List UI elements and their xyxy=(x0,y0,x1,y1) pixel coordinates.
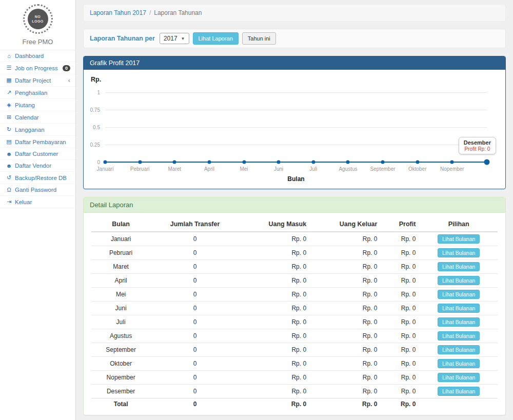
cell-uang_masuk: Rp. 0 xyxy=(240,371,310,385)
table-row: Januari0Rp. 0Rp. 0Rp. 0Lihat Bulanan xyxy=(91,232,498,246)
lock-icon: Ω xyxy=(5,187,13,193)
x-tick-label: Juni xyxy=(274,166,283,172)
cell-jumlah_transfer: 0 xyxy=(150,343,240,357)
sidebar-item-label: Job on Progress xyxy=(15,65,63,71)
sidebar-item-daftar-project[interactable]: ▦Daftar Project‹ xyxy=(0,74,75,87)
cell-uang_masuk: Rp. 0 xyxy=(240,246,310,260)
cell-uang_masuk: Rp. 0 xyxy=(240,288,310,302)
chevron-left-icon: ‹ xyxy=(68,77,70,84)
sidebar-item-langganan[interactable]: ↻Langganan xyxy=(0,124,75,136)
cell-uang_keluar: Rp. 0 xyxy=(310,329,381,343)
cell-uang_keluar: Rp. 0 xyxy=(310,274,381,288)
line-chart-icon: ↗ xyxy=(5,89,13,96)
cell-pilihan: Lihat Bulanan xyxy=(420,246,498,260)
lihat-bulanan-button[interactable]: Lihat Bulanan xyxy=(438,317,480,327)
data-point-juli[interactable] xyxy=(311,161,315,164)
lihat-bulanan-button[interactable]: Lihat Bulanan xyxy=(438,262,480,271)
sidebar-item-penghasilan[interactable]: ↗Penghasilan xyxy=(0,87,75,99)
column-header: Uang Masuk xyxy=(240,217,310,232)
cell-profit: Rp. 0 xyxy=(381,274,420,288)
data-point-mei[interactable] xyxy=(242,161,246,164)
cell-pilihan: Lihat Bulanan xyxy=(420,371,498,385)
lihat-bulanan-button[interactable]: Lihat Bulanan xyxy=(438,304,480,313)
cell-uang_keluar: Rp. 0 xyxy=(310,246,381,260)
data-point-september[interactable] xyxy=(381,161,385,164)
sidebar-item-daftar-customer[interactable]: ☻Daftar Customer xyxy=(0,148,75,160)
cell-bulan: April xyxy=(91,274,150,288)
data-point-januari[interactable] xyxy=(104,161,107,164)
x-tick-label: Oktober xyxy=(408,166,427,172)
x-tick-label: September xyxy=(370,166,396,172)
no-logo-text: NO LOGO xyxy=(28,9,48,29)
lihat-laporan-button[interactable]: Lihat Laporan xyxy=(193,32,239,45)
tasks-icon: ☰ xyxy=(5,65,13,71)
data-point-nopember[interactable] xyxy=(450,161,454,164)
sidebar-item-calendar[interactable]: ⊞Calendar xyxy=(0,111,75,124)
lihat-bulanan-button[interactable]: Lihat Bulanan xyxy=(438,345,480,354)
x-tick-label: Nopember xyxy=(440,166,464,172)
data-point-pebruari[interactable] xyxy=(138,161,142,164)
table-row: Agustus0Rp. 0Rp. 0Rp. 0Lihat Bulanan xyxy=(91,329,498,343)
sidebar-item-keluar[interactable]: ⇥Keluar xyxy=(0,196,75,208)
data-point-oktober[interactable] xyxy=(416,161,419,164)
data-point-juni[interactable] xyxy=(277,161,281,164)
x-tick-label: Pebruari xyxy=(130,166,150,172)
lihat-bulanan-button[interactable]: Lihat Bulanan xyxy=(438,331,480,341)
sidebar-item-job-on-progress[interactable]: ☰Job on Progress0 xyxy=(0,62,75,74)
table-row: Nopember0Rp. 0Rp. 0Rp. 0Lihat Bulanan xyxy=(91,371,498,385)
sign-out-icon: ⇥ xyxy=(5,198,13,205)
breadcrumb-separator: / xyxy=(149,9,151,16)
data-point-agustus[interactable] xyxy=(346,161,350,164)
lihat-bulanan-button[interactable]: Lihat Bulanan xyxy=(438,373,480,382)
cell-jumlah_transfer: 0 xyxy=(150,246,240,260)
cell-jumlah_transfer: 0 xyxy=(150,274,240,288)
lihat-bulanan-button[interactable]: Lihat Bulanan xyxy=(438,387,480,396)
lihat-bulanan-button[interactable]: Lihat Bulanan xyxy=(438,248,480,257)
data-point-maret[interactable] xyxy=(173,161,176,164)
lihat-bulanan-button[interactable]: Lihat Bulanan xyxy=(438,359,480,368)
sidebar-menu: ⌂Dashboard☰Job on Progress0▦Daftar Proje… xyxy=(0,50,75,208)
table-row: September0Rp. 0Rp. 0Rp. 0Lihat Bulanan xyxy=(91,343,498,357)
breadcrumb-link[interactable]: Laporan Tahun 2017 xyxy=(90,9,146,16)
sidebar-item-ganti-password[interactable]: ΩGanti Password xyxy=(0,184,75,196)
tahun-ini-button[interactable]: Tahun ini xyxy=(242,32,276,45)
data-point-desember[interactable] xyxy=(484,159,490,165)
x-tick-label: Maret xyxy=(168,166,181,172)
cell-uang_keluar: Rp. 0 xyxy=(310,232,381,246)
cell-profit: Rp. 0 xyxy=(381,260,420,274)
sidebar-item-dashboard[interactable]: ⌂Dashboard xyxy=(0,50,75,62)
year-select[interactable]: 2017 ▼ xyxy=(160,33,189,44)
cell-pilihan: Lihat Bulanan xyxy=(420,302,498,315)
no-logo-stamp: NO LOGO xyxy=(23,4,53,34)
cell-bulan: September xyxy=(91,343,150,357)
sidebar-item-backup-restore-db[interactable]: ↺Backup/Restore DB xyxy=(0,172,75,184)
cell-jumlah_transfer: 0 xyxy=(150,232,240,246)
x-axis-title: Bulan xyxy=(105,175,487,183)
sidebar-item-daftar-vendor[interactable]: ☻Daftar Vendor xyxy=(0,160,75,172)
cell-pilihan: Lihat Bulanan xyxy=(420,329,498,343)
cell-uang_masuk: Rp. 0 xyxy=(240,232,310,246)
table-row: Juni0Rp. 0Rp. 0Rp. 0Lihat Bulanan xyxy=(91,302,498,315)
x-tick-label: Juli xyxy=(309,166,317,172)
total-cell-bulan: Total xyxy=(91,398,150,410)
breadcrumb-current: Laporan Tahunan xyxy=(154,9,202,16)
profit-series-line xyxy=(105,162,487,163)
sidebar-item-label: Daftar Project xyxy=(15,77,68,84)
lihat-bulanan-button[interactable]: Lihat Bulanan xyxy=(438,276,480,285)
total-cell-jumlah_transfer: 0 xyxy=(150,398,240,410)
cell-uang_keluar: Rp. 0 xyxy=(310,371,381,385)
chart-panel-title: Grafik Profit 2017 xyxy=(84,56,505,70)
sidebar-item-piutang[interactable]: ◈Piutang xyxy=(0,99,75,111)
sidebar-item-daftar-pembayaran[interactable]: ▤Daftar Pembayaran xyxy=(0,136,75,148)
detail-panel-title: Detail Laporan xyxy=(84,197,505,213)
cell-uang_masuk: Rp. 0 xyxy=(240,385,310,398)
profit-chart-panel: Grafik Profit 2017 Rp.00.250.50.751Janua… xyxy=(83,56,506,189)
sidebar-item-label: Langganan xyxy=(15,127,70,133)
profit-line-chart: Rp.00.250.50.751JanuariPebruariMaretApri… xyxy=(84,70,505,189)
lihat-bulanan-button[interactable]: Lihat Bulanan xyxy=(438,234,480,244)
data-point-april[interactable] xyxy=(207,161,211,164)
lihat-bulanan-button[interactable]: Lihat Bulanan xyxy=(438,290,480,299)
calendar-icon: ⊞ xyxy=(5,114,13,121)
y-tick-label: 0.25 xyxy=(84,142,100,148)
total-cell-uang_masuk: Rp. 0 xyxy=(240,398,310,410)
